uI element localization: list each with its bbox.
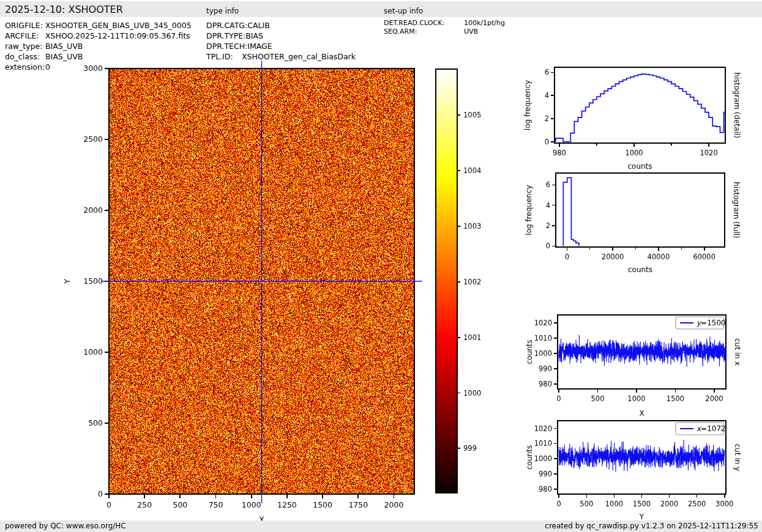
meta-value: UVB xyxy=(464,28,478,35)
svg-text:1500: 1500 xyxy=(633,500,651,508)
histogram-detail-axes: 980100010200246countslog frequencyhistog… xyxy=(523,67,741,171)
svg-text:1250: 1250 xyxy=(277,500,297,509)
svg-text:6: 6 xyxy=(545,68,549,76)
histogram-full-curve xyxy=(563,178,578,246)
svg-text:60000: 60000 xyxy=(693,253,715,261)
svg-text:1000: 1000 xyxy=(627,394,645,403)
meta-label: SEQ.ARM: xyxy=(384,28,464,36)
svg-text:1010: 1010 xyxy=(534,334,552,342)
svg-text:y=1500: y=1500 xyxy=(697,319,726,327)
meta-value: BIAS_UVB xyxy=(45,42,83,51)
bias-image-canvas xyxy=(109,68,414,494)
meta-row-readclock: DET.READ.CLOCK:100k/1pt/hg xyxy=(384,19,505,28)
svg-text:1000: 1000 xyxy=(242,500,261,509)
meta-value: XSHOO.2025-12-11T10:09:05.367.fits xyxy=(45,31,190,40)
svg-text:1020: 1020 xyxy=(534,424,552,433)
svg-text:0: 0 xyxy=(556,394,561,403)
svg-text:1000: 1000 xyxy=(534,349,552,358)
footer-powered-by: powered by QC: www.eso.org/HC xyxy=(5,522,126,530)
svg-text:counts: counts xyxy=(525,445,534,470)
svg-text:1000: 1000 xyxy=(83,347,103,357)
histogram-detail-curve xyxy=(556,74,728,142)
meta-label: extension: xyxy=(5,62,45,72)
svg-text:980: 980 xyxy=(539,485,552,493)
svg-text:1005: 1005 xyxy=(463,111,481,119)
svg-text:1500: 1500 xyxy=(313,500,332,509)
svg-text:1002: 1002 xyxy=(463,278,481,286)
file-info-block: ORIGFILE:XSHOOTER_GEN_BIAS_UVB_345_0005 … xyxy=(5,20,192,72)
setup-info-header: set-up info xyxy=(384,7,423,15)
meta-label: ARCFILE: xyxy=(5,31,45,41)
meta-row-origfile: ORIGFILE:XSHOOTER_GEN_BIAS_UVB_345_0005 xyxy=(5,20,192,31)
svg-text:4: 4 xyxy=(546,201,550,210)
svg-text:2000: 2000 xyxy=(660,500,678,508)
svg-text:0: 0 xyxy=(565,253,569,261)
meta-label: DPR.TYPE: xyxy=(206,31,245,41)
svg-text:1001: 1001 xyxy=(463,333,481,342)
type-info-header: type info xyxy=(206,7,239,15)
cut-in-y-series xyxy=(559,440,724,472)
svg-text:980: 980 xyxy=(553,149,566,157)
cut-in-x-axes: 0500100015002000980990100010101020Xcount… xyxy=(525,315,742,418)
svg-text:1000: 1000 xyxy=(625,149,643,157)
colorbar-canvas xyxy=(436,69,457,493)
meta-value: BIAS xyxy=(245,31,263,40)
meta-value: IMAGE xyxy=(247,42,272,51)
svg-text:1010: 1010 xyxy=(534,439,552,448)
meta-row-arcfile: ARCFILE:XSHOO.2025-12-11T10:09:05.367.fi… xyxy=(5,31,192,41)
meta-label: ORIGFILE: xyxy=(5,20,45,31)
svg-text:1500: 1500 xyxy=(667,394,684,403)
svg-text:2000: 2000 xyxy=(83,205,103,215)
svg-text:750: 750 xyxy=(209,500,223,509)
svg-text:0: 0 xyxy=(545,138,549,146)
svg-text:x=1072: x=1072 xyxy=(697,424,726,433)
type-info-block: DPR.CATG:CALIB DPR.TYPE:BIAS DPR.TECH:IM… xyxy=(206,20,356,62)
meta-row-dprcatg: DPR.CATG:CALIB xyxy=(206,20,356,31)
svg-text:cut in y: cut in y xyxy=(733,444,742,471)
svg-text:4: 4 xyxy=(545,91,549,100)
svg-text:1003: 1003 xyxy=(463,222,481,231)
cut-in-y-axes: 0500100015002000250030009809901000101010… xyxy=(525,421,742,521)
cut-in-y-legend: x=1072 xyxy=(676,423,726,435)
svg-text:999: 999 xyxy=(463,444,477,453)
meta-label: DPR.TECH: xyxy=(206,41,247,51)
bottom-bar: powered by QC: www.eso.org/HC created by… xyxy=(0,520,762,532)
meta-label: DET.READ.CLOCK: xyxy=(384,19,464,28)
svg-text:cut in x: cut in x xyxy=(733,338,742,366)
svg-text:2: 2 xyxy=(546,221,550,230)
svg-text:1750: 1750 xyxy=(348,500,368,509)
svg-text:990: 990 xyxy=(539,470,552,478)
svg-text:2000: 2000 xyxy=(384,500,404,509)
svg-text:counts: counts xyxy=(628,265,652,274)
meta-value: XSHOOTER_gen_cal_BiasDark xyxy=(242,52,356,61)
histogram-full-axes: 02000040000600000246countslog frequencyh… xyxy=(525,173,741,274)
svg-text:log frequency: log frequency xyxy=(523,80,532,130)
svg-text:990: 990 xyxy=(539,364,552,373)
svg-text:500: 500 xyxy=(591,394,605,403)
meta-row-rawtype: raw_type:BIAS_UVB xyxy=(5,41,192,51)
svg-text:20000: 20000 xyxy=(602,253,624,261)
meta-label: do_class: xyxy=(5,51,45,62)
svg-text:2500: 2500 xyxy=(688,500,706,508)
svg-text:Y: Y xyxy=(62,279,72,284)
svg-text:0: 0 xyxy=(557,500,561,508)
meta-row-doclass: do_class:BIAS_UVB xyxy=(5,51,192,62)
svg-text:2000: 2000 xyxy=(705,394,723,403)
svg-text:1500: 1500 xyxy=(83,276,103,286)
svg-text:X: X xyxy=(639,409,644,418)
svg-text:2500: 2500 xyxy=(83,135,103,144)
footer-created-by: created by qc_rawdisp.py v1.2.3 on 2025-… xyxy=(545,522,758,530)
svg-text:1004: 1004 xyxy=(463,166,481,175)
svg-text:histogram (detail): histogram (detail) xyxy=(733,72,741,138)
svg-text:Y: Y xyxy=(639,512,644,521)
meta-value: CALIB xyxy=(247,21,270,30)
svg-text:1000: 1000 xyxy=(605,500,623,508)
meta-value: BIAS_UVB xyxy=(45,52,83,61)
svg-text:500: 500 xyxy=(173,500,187,509)
meta-row-seqarm: SEQ.ARM:UVB xyxy=(384,28,505,36)
meta-row-dprtype: DPR.TYPE:BIAS xyxy=(206,31,356,41)
meta-row-dprtech: DPR.TECH:IMAGE xyxy=(206,41,356,51)
page-title: 2025-12-10: XSHOOTER xyxy=(5,4,123,15)
meta-value: 100k/1pt/hg xyxy=(464,19,505,27)
svg-text:1020: 1020 xyxy=(534,319,552,327)
